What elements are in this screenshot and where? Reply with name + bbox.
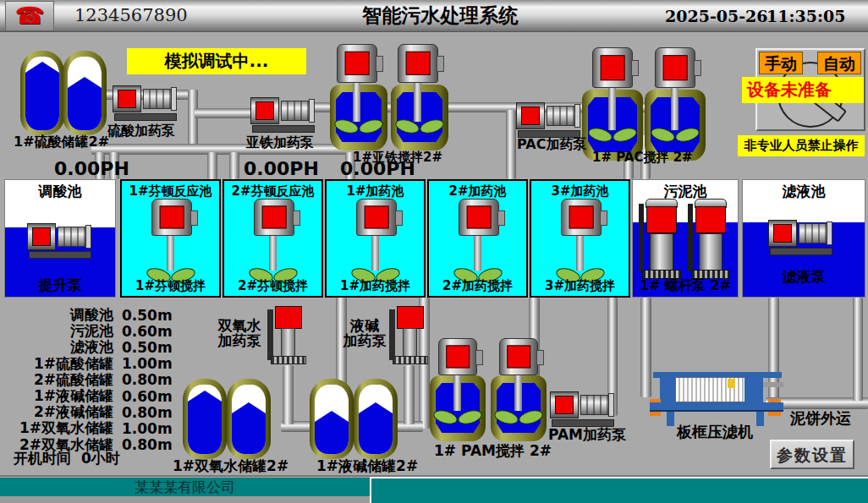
phone-number: 1234567890 (74, 6, 188, 25)
propeller-icon (588, 125, 637, 142)
mixer-shaft (414, 79, 421, 122)
mixer-motor (254, 199, 294, 236)
pump-motor (646, 206, 677, 233)
pump-motor (27, 223, 56, 250)
tank-inner (359, 385, 393, 454)
peroxide-pump-label-2: 加药泵 (213, 333, 266, 349)
pump-plate (639, 204, 644, 271)
company-bar: 某某某有限公司 (0, 478, 370, 496)
pam-dosing-pump[interactable] (550, 387, 616, 428)
propeller-icon (433, 407, 482, 424)
lift-pump[interactable] (27, 219, 93, 260)
fenton-pool-2-cell[interactable]: 2#芬顿反应池 2#芬顿搅拌 (222, 179, 323, 298)
auto-button[interactable]: 自动 (817, 52, 861, 74)
mud-out-label: 泥饼外运 (790, 410, 851, 427)
pool-title: 滤液池 (743, 183, 865, 200)
ferrous-dosing-pump[interactable] (250, 93, 316, 134)
dosing-pool-1-cell[interactable]: 1#加药池 1#加药搅拌 (325, 179, 426, 298)
pump-plate (267, 309, 273, 360)
pool-device-label: 1#芬顿搅拌 (122, 279, 219, 293)
ferrous-pump-label: 亚铁加药泵 (246, 135, 314, 150)
pump-motor (250, 97, 279, 124)
sulfuric-tank-2[interactable] (63, 51, 107, 135)
runtime-label: 开机时间 (14, 451, 71, 467)
dosing-pool-3-cell[interactable]: 3#加药池 3#加药搅拌 (530, 179, 630, 298)
acid-adjust-pool-cell[interactable]: 调酸池 提升泵 (4, 179, 116, 298)
level-value: 1.00m (122, 420, 173, 437)
ph-reading-3: 0.00PH (340, 159, 415, 179)
pool-title: 3#加药池 (531, 184, 629, 199)
screw-pump-1[interactable] (639, 199, 683, 285)
filter-press-label: 板框压滤机 (677, 424, 753, 440)
peroxide-tank-2[interactable] (227, 379, 271, 459)
pump-cylinder (799, 223, 828, 243)
dosing-pool-2-cell[interactable]: 2#加药池 2#加药搅拌 (427, 179, 528, 298)
pump-cylinder (143, 89, 173, 109)
pool-title: 2#加药池 (429, 184, 526, 199)
pool-device-label: 提升泵 (5, 277, 115, 293)
peroxide-dosing-pump[interactable] (267, 306, 308, 365)
pac-mixers-label: 1# PAC搅拌 2# (592, 150, 693, 165)
pool-device-label: 3#加药搅拌 (531, 279, 629, 293)
pump-column (403, 328, 417, 358)
filter-press[interactable] (650, 364, 788, 426)
settings-button[interactable]: 参数设置 (770, 440, 854, 469)
pool-device-label: 滤液泵 (743, 269, 865, 285)
tank-inner (188, 385, 222, 454)
pump-motor (550, 391, 579, 418)
pool-device-label: 1#加药搅拌 (327, 279, 424, 293)
mixer-motor (655, 47, 695, 88)
tank-inner (68, 57, 102, 130)
peroxide-tank-1[interactable] (183, 379, 227, 459)
manual-button[interactable]: 手动 (759, 52, 803, 74)
footer-panel (370, 477, 868, 503)
fenton-pool-1-cell[interactable]: 1#芬顿反应池 1#芬顿搅拌 (120, 179, 221, 298)
ph-reading-1: 0.00PH (54, 159, 129, 179)
pump-motor (113, 85, 141, 112)
filtrate-pool-cell[interactable]: 滤液池 滤液泵 (742, 179, 865, 298)
sulfuric-pump-label: 硫酸加药泵 (107, 123, 175, 139)
mixer-motor (561, 199, 602, 236)
pipe (207, 152, 217, 179)
pipe (404, 365, 415, 424)
screw-pump-2[interactable] (688, 199, 732, 285)
alkali-dosing-pump[interactable] (389, 306, 430, 365)
filtrate-pump[interactable] (768, 216, 834, 256)
tank-inner (25, 57, 59, 130)
mixer-shaft (353, 79, 360, 122)
propeller-icon (395, 117, 444, 134)
pool-title: 1#加药池 (327, 184, 424, 199)
phone-icon[interactable]: ☎ (5, 1, 54, 31)
propeller-icon (494, 407, 543, 424)
phone-glyph: ☎ (15, 2, 45, 30)
pump-motor (275, 306, 302, 329)
ph-reading-2: 0.00PH (244, 159, 319, 179)
sulfuric-dosing-pump[interactable] (113, 81, 179, 122)
pool-device-label: 2#芬顿搅拌 (224, 279, 321, 293)
pump-base (252, 125, 315, 133)
tank-liquid (68, 88, 102, 130)
level-value: 0.50m (122, 339, 173, 356)
pump-column (699, 233, 722, 271)
pac-dosing-pump[interactable] (516, 98, 582, 139)
level-value: 0.50m (122, 307, 173, 324)
level-readouts: 调酸池0.50m 污泥池0.60m 滤液池0.50m 1#硫酸储罐1.00m 2… (5, 307, 183, 453)
tank-inner (315, 385, 349, 454)
tank-liquid (315, 422, 349, 454)
sludge-pool-cell[interactable]: 污泥池 1# 螺杆泵 2# (632, 179, 739, 298)
sulfuric-tank-1[interactable] (20, 51, 64, 135)
alkali-tank-1[interactable] (310, 379, 354, 459)
mixer-motor (151, 199, 192, 236)
pool-device-label: 2#加药搅拌 (429, 279, 526, 293)
pump-base (29, 251, 91, 259)
alkali-tank-2[interactable] (354, 379, 398, 459)
pump-base (114, 113, 177, 121)
mixer-shaft (671, 85, 678, 130)
tank-inner (232, 385, 266, 454)
mixer-motor (592, 47, 633, 88)
press-leg (667, 412, 674, 426)
pump-column (281, 328, 295, 358)
pipe (195, 108, 255, 118)
header-time: 11:35:05 (766, 8, 845, 25)
warning-banner: 非专业人员禁止操作 (738, 135, 865, 156)
